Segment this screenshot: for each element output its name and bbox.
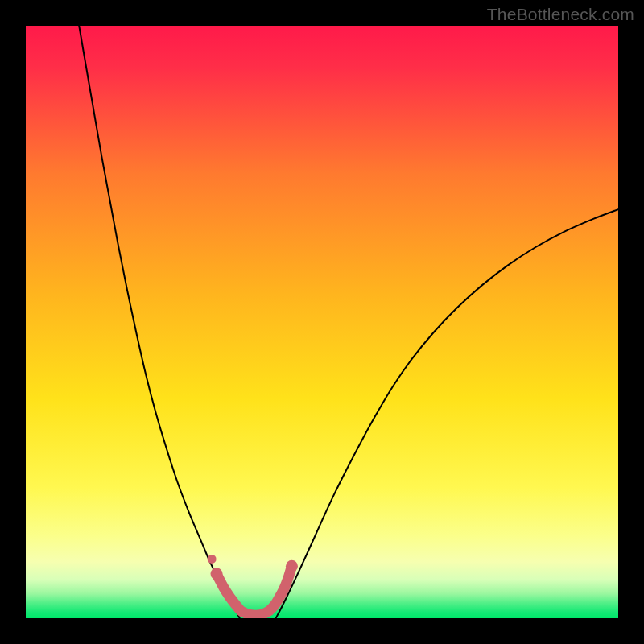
plot-background — [26, 26, 618, 618]
valley-marker-end — [286, 560, 298, 572]
bottleneck-chart — [26, 26, 618, 618]
watermark-text: TheBottleneck.com — [487, 5, 634, 24]
marker-dot — [208, 555, 217, 564]
chart-frame: TheBottleneck.com — [0, 0, 644, 644]
valley-marker-end — [210, 568, 222, 580]
